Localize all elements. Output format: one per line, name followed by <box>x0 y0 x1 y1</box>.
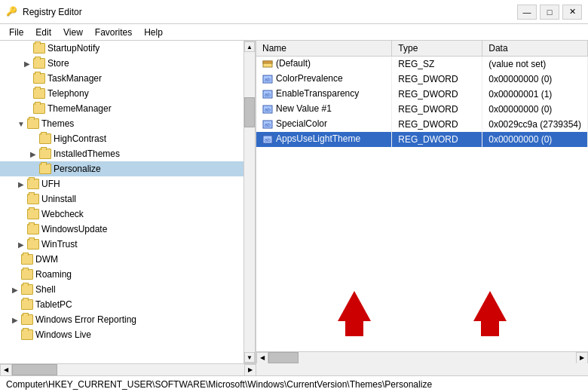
tree-expander-Shell[interactable]: ▶ <box>9 283 21 296</box>
tree-item-Themes[interactable]: ▼Themes <box>0 116 243 131</box>
tree-item-Personalize[interactable]: Personalize <box>0 161 243 176</box>
tree-expander-Store[interactable]: ▶ <box>21 57 33 69</box>
folder-icon-TaskManager <box>33 73 45 84</box>
tree-scroll[interactable]: StartupNotify▶Store TaskManager Telephon… <box>0 41 243 363</box>
svg-text:ab: ab <box>265 122 271 127</box>
tree-item-WindowsLive[interactable]: Windows Live <box>0 327 243 342</box>
tree-item-DWM[interactable]: DWM <box>0 252 243 267</box>
tree-vscrollbar[interactable]: ▲ ▼ <box>243 41 256 363</box>
minimize-button[interactable]: — <box>517 5 537 20</box>
tree-label-Shell: Shell <box>35 284 56 295</box>
tree-scroll-track <box>244 52 255 352</box>
menu-edit[interactable]: Edit <box>29 26 57 39</box>
tree-item-Telephony[interactable]: Telephony <box>0 86 243 101</box>
right-hscrollbar[interactable]: ◀ ▶ <box>256 351 588 363</box>
reg-icon-3: ab <box>262 104 273 115</box>
tree-expander-InstalledThemes[interactable]: ▶ <box>27 148 39 160</box>
tree-item-TabletPC[interactable]: TabletPC <box>0 297 243 312</box>
tree-item-WindowsUpdate[interactable]: WindowsUpdate <box>0 222 243 237</box>
folder-icon-WindowsUpdate <box>27 224 39 234</box>
tree-expander-Themes[interactable]: ▼ <box>15 118 27 130</box>
tree-expander-HighContrast[interactable] <box>27 133 39 145</box>
right-scroll-right[interactable]: ▶ <box>576 352 588 364</box>
tree-item-ThemeManager[interactable]: ThemeManager <box>0 101 243 116</box>
folder-icon-HighContrast <box>39 133 51 144</box>
tree-expander-Personalize[interactable] <box>27 163 39 175</box>
reg-type-0: REG_SZ <box>392 57 482 72</box>
tree-item-Webcheck[interactable]: Webcheck <box>0 207 243 222</box>
folder-icon-Themes <box>27 118 39 129</box>
menu-file[interactable]: File <box>3 26 29 39</box>
tree-expander-WindowsErrorReporting[interactable]: ▶ <box>9 314 21 326</box>
reg-name-5: abAppsUseLightTheme <box>256 132 392 147</box>
close-button[interactable]: ✕ <box>562 5 582 20</box>
menu-help[interactable]: Help <box>138 26 169 39</box>
tree-expander-WindowsUpdate[interactable] <box>15 223 27 235</box>
tree-item-WindowsErrorReporting[interactable]: ▶Windows Error Reporting <box>0 312 243 327</box>
col-type: Type <box>392 41 482 57</box>
tree-item-Uninstall[interactable]: Uninstall <box>0 191 243 207</box>
tree-pane: StartupNotify▶Store TaskManager Telephon… <box>0 41 256 363</box>
tree-scroll-left[interactable]: ◀ <box>0 364 12 376</box>
right-scroll-left[interactable]: ◀ <box>256 352 268 364</box>
tree-expander-WindowsLive[interactable] <box>9 329 21 341</box>
tree-expander-StartupNotify[interactable] <box>21 42 33 54</box>
tree-label-StartupNotify: StartupNotify <box>47 43 100 54</box>
tree-scroll-up[interactable]: ▲ <box>244 41 255 52</box>
tree-expander-UFH[interactable]: ▶ <box>15 178 27 190</box>
tree-expander-TabletPC[interactable] <box>9 299 21 311</box>
svg-text:ab: ab <box>265 92 271 97</box>
right-scroll-thumb[interactable] <box>268 352 299 363</box>
menu-view[interactable]: View <box>57 26 89 39</box>
title-bar: 🔑 Registry Editor — □ ✕ <box>0 0 588 24</box>
tree-scroll-thumb[interactable] <box>244 97 255 127</box>
tree-item-Roaming[interactable]: Roaming <box>0 267 243 282</box>
tree-scroll-right[interactable]: ▶ <box>244 364 256 376</box>
registry-row-0[interactable]: (Default)REG_SZ(value not set) <box>256 57 588 72</box>
registry-table[interactable]: Name Type Data (Default)REG_SZ(value not… <box>256 41 588 276</box>
folder-icon-InstalledThemes <box>39 149 51 159</box>
registry-row-4[interactable]: abSpecialColorREG_DWORD0x0029cc9a (27393… <box>256 117 588 132</box>
title-bar-left: 🔑 Registry Editor <box>6 6 82 18</box>
folder-icon-Shell <box>21 284 33 295</box>
tree-expander-Roaming[interactable] <box>9 268 21 280</box>
tree-label-Webcheck: Webcheck <box>41 209 84 219</box>
registry-row-5[interactable]: abAppsUseLightThemeREG_DWORD0x00000000 (… <box>256 132 588 147</box>
tree-scroll-down[interactable]: ▼ <box>244 352 255 363</box>
tree-item-WinTrust[interactable]: ▶WinTrust <box>0 237 243 252</box>
tree-label-Themes: Themes <box>41 118 74 129</box>
reg-data-4: 0x0029cc9a (2739354) <box>482 117 588 132</box>
registry-row-3[interactable]: abNew Value #1REG_DWORD0x00000000 (0) <box>256 102 588 117</box>
tree-expander-WinTrust[interactable]: ▶ <box>15 238 27 250</box>
tree-expander-Webcheck[interactable] <box>15 208 27 220</box>
tree-item-UFH[interactable]: ▶UFH <box>0 176 243 191</box>
tree-item-Store[interactable]: ▶Store <box>0 56 243 71</box>
reg-icon-5: ab <box>262 134 273 145</box>
svg-text:ab: ab <box>265 77 271 82</box>
tree-hscrollbar[interactable]: ◀ ▶ <box>0 363 256 375</box>
tree-item-TaskManager[interactable]: TaskManager <box>0 71 243 86</box>
tree-item-Shell[interactable]: ▶Shell <box>0 282 243 297</box>
tree-scroll-hthumb[interactable] <box>12 364 57 375</box>
tree-expander-Telephony[interactable] <box>21 87 33 100</box>
right-arrow-container <box>473 291 507 336</box>
title-bar-controls: — □ ✕ <box>517 5 582 20</box>
tree-item-InstalledThemes[interactable]: ▶InstalledThemes <box>0 146 243 161</box>
tree-item-HighContrast[interactable]: HighContrast <box>0 131 243 146</box>
bottom-scrollbar-area: ◀ ▶ <box>0 363 588 375</box>
menu-favorites[interactable]: Favorites <box>89 26 138 39</box>
tree-expander-Uninstall[interactable] <box>15 193 27 205</box>
folder-icon-Personalize <box>39 164 51 174</box>
tree-expander-ThemeManager[interactable] <box>21 103 33 115</box>
tree-expander-TaskManager[interactable] <box>21 72 33 84</box>
restore-button[interactable]: □ <box>540 5 559 20</box>
reg-data-5: 0x00000000 (0) <box>482 132 588 147</box>
tree-item-StartupNotify[interactable]: StartupNotify <box>0 41 243 56</box>
registry-row-1[interactable]: abColorPrevalenceREG_DWORD0x00000000 (0) <box>256 72 588 87</box>
tree-expander-DWM[interactable] <box>9 253 21 265</box>
reg-name-text-3: New Value #1 <box>276 103 332 114</box>
registry-row-2[interactable]: abEnableTransparencyREG_DWORD0x00000001 … <box>256 87 588 102</box>
tree-label-TabletPC: TabletPC <box>35 299 72 310</box>
tree-label-InstalledThemes: InstalledThemes <box>54 149 120 159</box>
spacer <box>256 363 588 375</box>
